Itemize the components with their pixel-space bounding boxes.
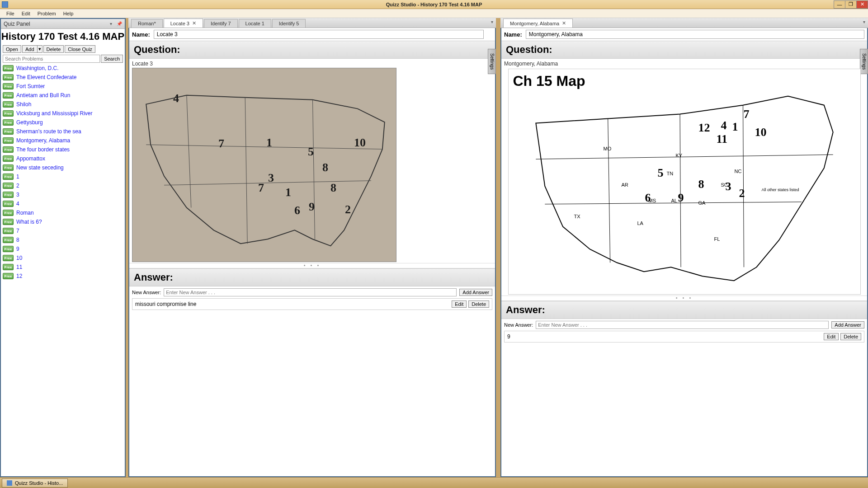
close-icon[interactable]: ✕ bbox=[562, 20, 566, 26]
answer-list: 9EditDelete bbox=[504, 331, 864, 343]
problem-item[interactable]: Free9 bbox=[3, 244, 123, 253]
add-dropdown-button[interactable]: ▾ bbox=[38, 45, 42, 53]
problem-item[interactable]: FreeAppomattox bbox=[3, 154, 123, 163]
name-label: Name: bbox=[504, 31, 522, 38]
menu-problem[interactable]: Problem bbox=[34, 10, 60, 17]
free-badge: Free bbox=[3, 101, 14, 108]
menu-help[interactable]: Help bbox=[60, 10, 77, 17]
free-badge: Free bbox=[3, 110, 14, 117]
add-button[interactable]: Add bbox=[22, 45, 38, 53]
problem-item[interactable]: Free11 bbox=[3, 263, 123, 272]
answer-body: New Answer: Add Answer missouri compromi… bbox=[129, 286, 495, 476]
map-state-label: NC bbox=[735, 169, 742, 174]
quiz-panel-header: Quiz Panel ▾ 📌 bbox=[1, 19, 125, 29]
problem-item[interactable]: Free10 bbox=[3, 253, 123, 263]
problem-item[interactable]: FreeThe four border states bbox=[3, 145, 123, 154]
tabbar-dropdown-icon[interactable]: ▾ bbox=[863, 19, 865, 24]
delete-button[interactable]: Delete bbox=[43, 45, 64, 53]
problem-item[interactable]: Free3 bbox=[3, 190, 123, 199]
free-badge: Free bbox=[3, 201, 14, 207]
problem-item[interactable]: FreeFort Sumter bbox=[3, 82, 123, 91]
close-quiz-button[interactable]: Close Quiz bbox=[65, 45, 95, 53]
problem-label: Sherman's route to the sea bbox=[16, 128, 81, 135]
close-icon[interactable]: ✕ bbox=[192, 20, 196, 26]
panel-pin-icon[interactable]: 📌 bbox=[117, 21, 122, 27]
map-state-label: TX bbox=[574, 214, 580, 219]
map-number: 5 bbox=[308, 145, 314, 159]
map-number: 10 bbox=[755, 126, 767, 139]
map-number: 8 bbox=[698, 178, 704, 191]
problem-item[interactable]: FreeShiloh bbox=[3, 100, 123, 109]
tab[interactable]: Locate 3✕ bbox=[164, 19, 203, 28]
name-input[interactable] bbox=[526, 30, 864, 39]
problem-item[interactable]: Free7 bbox=[3, 226, 123, 235]
tab[interactable]: Identify 5 bbox=[272, 19, 306, 28]
name-input[interactable] bbox=[154, 30, 484, 39]
map-state-label: KY bbox=[676, 153, 683, 158]
delete-button[interactable]: Delete bbox=[468, 300, 489, 308]
map-number: 6 bbox=[294, 204, 300, 217]
minimize-button[interactable]: — bbox=[834, 0, 845, 9]
answer-list: missouri compromise lineEditDelete bbox=[132, 298, 492, 310]
app-icon bbox=[2, 1, 8, 8]
problem-item[interactable]: Free8 bbox=[3, 235, 123, 244]
problem-item[interactable]: FreeVicksburg and Mississippi River bbox=[3, 109, 123, 118]
taskbar-app-button[interactable]: Quizz Studio - Histo... bbox=[2, 479, 68, 488]
problem-label: Washington, D.C. bbox=[16, 65, 59, 71]
maximize-button[interactable]: ❐ bbox=[845, 0, 857, 9]
problem-item[interactable]: FreeGettysburg bbox=[3, 118, 123, 127]
problem-item[interactable]: FreeWashington, D.C. bbox=[3, 64, 123, 73]
splitter[interactable]: • • • bbox=[501, 296, 867, 301]
edit-button[interactable]: Edit bbox=[824, 333, 839, 340]
new-answer-input[interactable] bbox=[164, 288, 457, 296]
search-button[interactable]: Search bbox=[101, 55, 123, 63]
tab[interactable]: Montgomery, Alabama✕ bbox=[503, 19, 573, 28]
delete-button[interactable]: Delete bbox=[840, 333, 861, 340]
problem-item[interactable]: FreeWhat is 6? bbox=[3, 217, 123, 226]
problem-item[interactable]: Free4 bbox=[3, 199, 123, 208]
splitter[interactable]: • • • bbox=[129, 263, 495, 268]
new-answer-input[interactable] bbox=[536, 321, 829, 329]
problem-label: Antietam and Bull Run bbox=[16, 92, 70, 99]
panel-dropdown-icon[interactable]: ▾ bbox=[110, 21, 115, 27]
free-badge: Free bbox=[3, 273, 14, 279]
problem-item[interactable]: FreeThe Elevent Confederate bbox=[3, 73, 123, 82]
question-map-image: 47151037188692 bbox=[132, 68, 396, 262]
left-editor-tabs: Roman*Locate 3✕Identify 7Locate 1Identif… bbox=[128, 18, 496, 28]
tab[interactable]: Roman* bbox=[131, 19, 163, 28]
problem-label: Gettysburg bbox=[16, 119, 43, 126]
open-button[interactable]: Open bbox=[3, 45, 21, 53]
tabbar-dropdown-icon[interactable]: ▾ bbox=[491, 19, 493, 24]
quiz-panel: Quiz Panel ▾ 📌 History 170 Test 4.16 MAP… bbox=[0, 18, 126, 477]
search-input[interactable] bbox=[3, 55, 100, 63]
edit-button[interactable]: Edit bbox=[452, 300, 467, 308]
question-text: Locate 3 bbox=[132, 60, 492, 68]
map-state-label: AR bbox=[622, 182, 628, 188]
work-area: Quiz Panel ▾ 📌 History 170 Test 4.16 MAP… bbox=[0, 18, 868, 477]
tab[interactable]: Identify 7 bbox=[204, 19, 238, 28]
free-badge: Free bbox=[3, 74, 14, 80]
map-state-label: AL bbox=[671, 198, 677, 203]
tab-label: Locate 1 bbox=[245, 21, 264, 26]
problem-item[interactable]: FreeMontgomery, Alabama bbox=[3, 136, 123, 145]
problem-item[interactable]: Free2 bbox=[3, 181, 123, 190]
new-answer-label: New Answer: bbox=[132, 290, 161, 295]
problem-item[interactable]: Free12 bbox=[3, 272, 123, 281]
problem-label: 1 bbox=[16, 174, 19, 180]
problem-label: 4 bbox=[16, 201, 19, 207]
menu-file[interactable]: File bbox=[3, 10, 18, 17]
menu-edit[interactable]: Edit bbox=[18, 10, 34, 17]
free-badge: Free bbox=[3, 219, 14, 225]
settings-tab[interactable]: Settings bbox=[860, 49, 868, 74]
settings-tab[interactable]: Settings bbox=[488, 49, 496, 74]
problem-item[interactable]: Free1 bbox=[3, 172, 123, 181]
problem-item[interactable]: FreeSherman's route to the sea bbox=[3, 127, 123, 136]
free-badge: Free bbox=[3, 174, 14, 180]
add-answer-button[interactable]: Add Answer bbox=[831, 321, 864, 328]
add-answer-button[interactable]: Add Answer bbox=[459, 289, 492, 296]
problem-item[interactable]: FreeAntietam and Bull Run bbox=[3, 91, 123, 100]
problem-item[interactable]: FreeNew state seceding bbox=[3, 163, 123, 172]
close-button[interactable]: ✕ bbox=[856, 0, 868, 9]
problem-item[interactable]: FreeRoman bbox=[3, 208, 123, 217]
tab[interactable]: Locate 1 bbox=[239, 19, 271, 28]
